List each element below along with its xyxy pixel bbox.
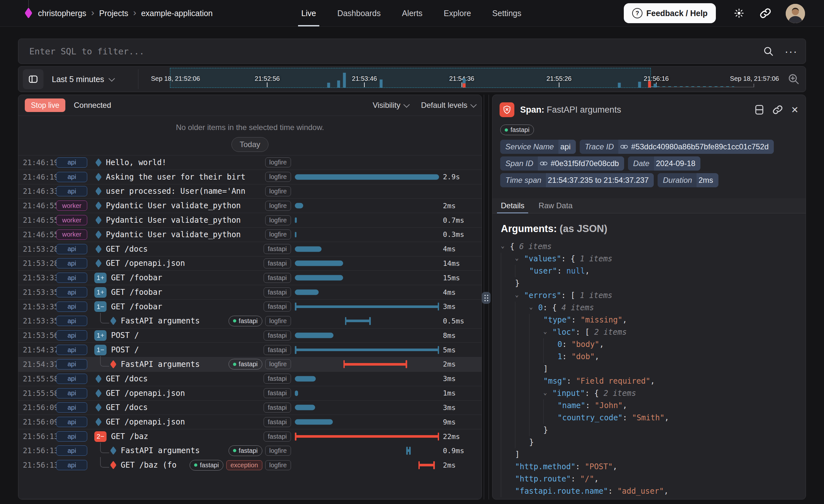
trace-row[interactable]: 21:53:35api1−GET /foobarfastapi3ms bbox=[18, 299, 482, 314]
trace-row[interactable]: 21:56:13apiGET /baz (fofastapiexceptionl… bbox=[18, 458, 482, 473]
default-levels-dropdown[interactable]: Default levels bbox=[421, 101, 475, 110]
visibility-dropdown[interactable]: Visibility bbox=[373, 101, 408, 110]
breadcrumb-segment[interactable]: Projects bbox=[99, 9, 128, 18]
trace-row[interactable]: 21:46:19apiAsking the user for their bir… bbox=[18, 170, 482, 184]
nav-tab-dashboards[interactable]: Dashboards bbox=[337, 0, 381, 26]
trace-row[interactable]: 21:46:55workerPydantic User validate_pyt… bbox=[18, 213, 482, 227]
share-link-icon[interactable] bbox=[759, 7, 772, 20]
service-tag-worker[interactable]: worker bbox=[56, 215, 87, 225]
collapse-chevron-icon[interactable]: ⌄ bbox=[543, 328, 552, 335]
trace-row[interactable]: 21:54:37api1−POST /fastapi5ms bbox=[18, 342, 482, 357]
json-line: ] bbox=[501, 363, 803, 375]
service-tag-api[interactable]: api bbox=[56, 374, 87, 384]
trace-row[interactable]: 21:55:58apiGET /docsfastapi3ms bbox=[18, 372, 482, 386]
service-tag-api[interactable]: api bbox=[56, 445, 87, 456]
span-main: Pydantic User validate_pythonlogfire bbox=[92, 201, 295, 211]
trace-row[interactable]: 21:46:19apiHello, world!logfire bbox=[18, 155, 482, 170]
trace-row[interactable]: 21:56:09apiGET /docsfastapi3ms bbox=[18, 400, 482, 415]
service-tag-api[interactable]: api bbox=[56, 273, 87, 283]
trace-row[interactable]: 21:53:33api1+GET /foobarfastapi15ms bbox=[18, 270, 482, 285]
nav-tab-settings[interactable]: Settings bbox=[492, 0, 521, 26]
children-count-badge[interactable]: 1+ bbox=[94, 330, 107, 341]
trace-row[interactable]: 21:46:33apiuser processed: User(name='An… bbox=[18, 184, 482, 199]
service-tag-api[interactable]: api bbox=[56, 460, 87, 470]
service-tag-api[interactable]: api bbox=[56, 359, 87, 370]
nav-tab-explore[interactable]: Explore bbox=[444, 0, 471, 26]
trace-row[interactable]: 21:53:35apiFastAPI argumentsfastapilogfi… bbox=[18, 314, 482, 328]
metadata-chip-span-id[interactable]: Span ID#0e31f5fd70e08cdb bbox=[500, 157, 624, 171]
trace-row[interactable]: 21:56:13apiFastAPI argumentsfastapilogfi… bbox=[18, 443, 482, 458]
service-tag-api[interactable]: api bbox=[56, 287, 87, 297]
collapse-chevron-icon[interactable]: ⌄ bbox=[515, 291, 524, 298]
empty-window-text: No older items in the selected time wind… bbox=[176, 123, 324, 132]
service-tag-api[interactable]: api bbox=[56, 330, 87, 340]
timeline-selection[interactable] bbox=[170, 68, 651, 88]
timeline-axis[interactable]: 21:52:5621:53:4621:54:3621:55:2621:56:16… bbox=[170, 68, 753, 91]
trace-row[interactable]: 21:53:56api1+POST /fastapi8ms bbox=[18, 328, 482, 343]
collapse-chevron-icon[interactable]: ⌄ bbox=[501, 242, 510, 249]
breadcrumb-segment[interactable]: example-application bbox=[141, 9, 212, 18]
search-icon[interactable] bbox=[762, 45, 774, 57]
service-tag-api[interactable]: api bbox=[56, 244, 87, 254]
service-tag-api[interactable]: api bbox=[56, 302, 87, 312]
time-range-select[interactable]: Last 5 minutes bbox=[52, 67, 113, 92]
trace-row[interactable]: 21:53:28apiGET /openapi.jsonfastapi14ms bbox=[18, 256, 482, 271]
span-name: GET /openapi.json bbox=[106, 389, 185, 398]
children-count-badge[interactable]: 1+ bbox=[94, 287, 107, 298]
service-tag-api[interactable]: api bbox=[56, 258, 87, 269]
service-tag-api[interactable]: api bbox=[56, 316, 87, 326]
trace-row[interactable]: 21:56:09apiGET /openapi.jsonfastapi9ms bbox=[18, 414, 482, 429]
feedback-help-button[interactable]: ? Feedback / Help bbox=[624, 3, 716, 23]
user-avatar[interactable] bbox=[786, 4, 805, 23]
service-tag-api[interactable]: api bbox=[56, 388, 87, 398]
link-icon[interactable] bbox=[540, 161, 547, 166]
logfire-logo-icon[interactable] bbox=[24, 7, 32, 19]
row-timestamp: 21:56:09 bbox=[23, 403, 56, 412]
theme-toggle-icon[interactable] bbox=[733, 7, 745, 20]
tag-group: fastapi bbox=[264, 403, 295, 413]
service-tag-worker[interactable]: worker bbox=[56, 229, 87, 240]
collapse-chevron-icon[interactable]: ⌄ bbox=[529, 303, 538, 310]
trace-row[interactable]: 21:55:58apiGET /openapi.jsonfastapi1ms bbox=[18, 386, 482, 400]
breadcrumb-segment[interactable]: christophergs bbox=[38, 9, 86, 18]
service-tag-api[interactable]: api bbox=[56, 158, 87, 168]
children-count-badge[interactable]: 1+ bbox=[94, 273, 107, 283]
copy-link-icon[interactable] bbox=[772, 105, 783, 115]
indent-guide bbox=[501, 485, 515, 497]
link-icon[interactable] bbox=[620, 144, 628, 149]
trace-row[interactable]: 21:46:55workerPydantic User validate_pyt… bbox=[18, 227, 482, 242]
trace-row[interactable]: 21:53:35api1+GET /foobarfastapi4ms bbox=[18, 285, 482, 299]
nav-tab-alerts[interactable]: Alerts bbox=[402, 0, 423, 26]
today-button[interactable]: Today bbox=[231, 137, 268, 152]
panel-resize-grip[interactable] bbox=[482, 292, 491, 304]
children-count-badge[interactable]: 1− bbox=[94, 301, 107, 312]
nav-tab-live[interactable]: Live bbox=[301, 0, 316, 26]
collapse-chevron-icon[interactable]: ⌄ bbox=[543, 389, 552, 396]
trace-row[interactable]: 21:46:55workerPydantic User validate_pyt… bbox=[18, 198, 482, 213]
trace-row[interactable]: 21:56:13api2−GET /bazfastapi22ms bbox=[18, 429, 482, 443]
collapse-chevron-icon[interactable]: ⌄ bbox=[515, 254, 524, 261]
service-tag-api[interactable]: api bbox=[56, 431, 87, 441]
service-tag-api[interactable]: api bbox=[56, 345, 87, 355]
detail-tab-details[interactable]: Details bbox=[501, 198, 524, 213]
trace-row[interactable]: 21:53:28apiGET /docsfastapi4ms bbox=[18, 242, 482, 256]
log-diamond-icon bbox=[95, 259, 102, 268]
trace-row[interactable]: 21:54:37apiFastAPI argumentsfastapilogfi… bbox=[18, 357, 482, 372]
zoom-in-icon[interactable] bbox=[787, 73, 801, 86]
split-view-icon[interactable] bbox=[754, 104, 764, 115]
service-tag-api[interactable]: api bbox=[56, 402, 87, 413]
children-count-badge[interactable]: 2− bbox=[94, 431, 107, 442]
indent-guide bbox=[515, 424, 529, 436]
histogram-bar bbox=[618, 83, 621, 88]
detail-tab-raw-data[interactable]: Raw Data bbox=[538, 198, 572, 213]
service-tag-worker[interactable]: worker bbox=[56, 201, 87, 211]
metadata-chip-trace-id[interactable]: Trace ID#53ddc40980a86b57bfe89c1cc01c752… bbox=[580, 140, 774, 154]
service-tag-api[interactable]: api bbox=[56, 172, 87, 182]
service-tag-api[interactable]: api bbox=[56, 417, 87, 427]
sql-filter-input[interactable] bbox=[18, 46, 762, 56]
close-icon[interactable]: ✕ bbox=[791, 105, 799, 115]
stop-live-button[interactable]: Stop live bbox=[25, 98, 65, 112]
children-count-badge[interactable]: 1− bbox=[94, 345, 107, 355]
service-tag-api[interactable]: api bbox=[56, 186, 87, 196]
panel-toggle-button[interactable] bbox=[23, 69, 43, 89]
